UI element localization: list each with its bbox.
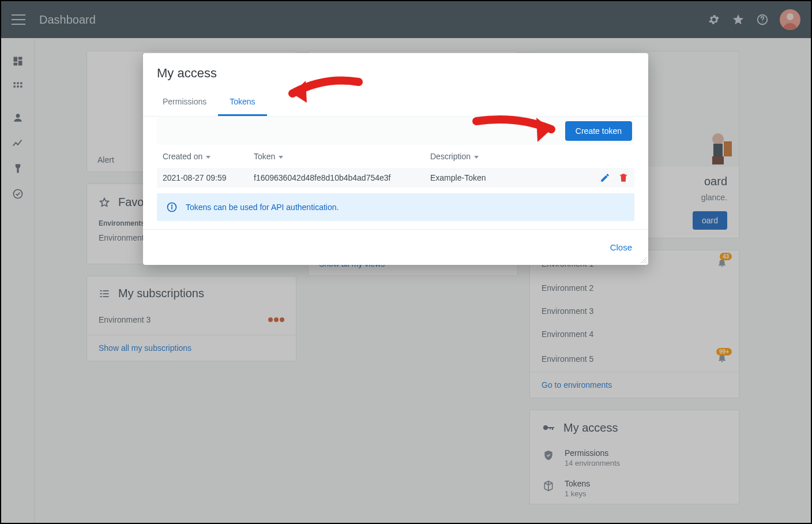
caret-down-icon: [279, 156, 283, 159]
tab-permissions[interactable]: Permissions: [151, 90, 218, 116]
resize-handle-icon[interactable]: [639, 256, 647, 264]
close-button[interactable]: Close: [608, 239, 634, 256]
modal-title: My access: [157, 66, 634, 81]
delete-icon[interactable]: [618, 173, 629, 183]
my-access-modal: My access Permissions Tokens Create toke…: [143, 53, 648, 265]
info-text: Tokens can be used for API authenticatio…: [186, 203, 339, 212]
caret-down-icon: [474, 156, 479, 159]
info-icon: [166, 201, 178, 213]
create-token-button[interactable]: Create token: [565, 121, 632, 141]
info-banner: Tokens can be used for API authenticatio…: [157, 193, 634, 221]
caret-down-icon: [206, 156, 210, 159]
column-created[interactable]: Created on: [163, 152, 254, 161]
table-row: 2021-08-27 09:59 f1609636042d48fe8d10b4b…: [157, 168, 634, 188]
cell-created: 2021-08-27 09:59: [163, 173, 254, 182]
table-header: Created on Token Description: [157, 145, 634, 168]
edit-icon[interactable]: [600, 173, 610, 183]
svg-line-35: [645, 262, 646, 263]
cell-description: Example-Token: [430, 173, 592, 182]
column-description[interactable]: Description: [430, 152, 592, 161]
tab-tokens[interactable]: Tokens: [218, 90, 266, 116]
column-token[interactable]: Token: [254, 152, 430, 161]
cell-token: f1609636042d48fe8d10b4b4ad754e3f: [254, 173, 430, 182]
